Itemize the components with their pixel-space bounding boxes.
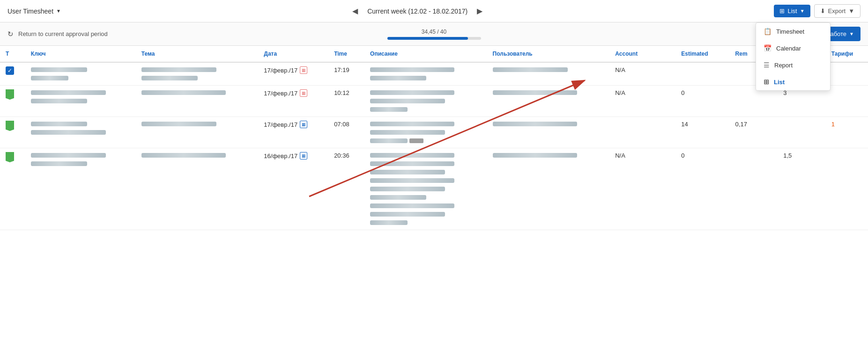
row-user-cell [487,86,610,117]
title-dropdown-arrow[interactable]: ▼ [56,8,61,14]
row-key-cell [25,86,136,117]
blurred-desc [370,122,454,126]
dropdown-item-calendar[interactable]: 📅 Calendar [756,40,830,57]
time-value-3: 07:08 [334,121,349,128]
list-dropdown-arrow: ▼ [800,8,805,14]
blurred-desc-5 [370,187,445,191]
row-type-cell [0,117,25,148]
toolbar-left: User Timesheet ▼ [7,7,61,15]
row-desc-cell [364,86,487,117]
list-view-button[interactable]: ⊞ List ▼ [774,5,810,17]
prev-week-button[interactable]: ◀ [349,5,362,17]
bookmark-icon[interactable] [6,89,14,100]
row-time-cell: 20:36 [328,148,364,230]
col-header-t[interactable]: T [0,46,25,62]
row-key-cell [25,62,136,86]
row-estimated-cell: 14 [675,117,729,148]
bookmark-icon[interactable] [6,152,14,162]
progress-bar-inner [387,37,468,40]
col-header-user[interactable]: Пользователь [487,46,610,62]
calendar-icon-4[interactable]: ▦ [300,152,307,160]
row-tarif-cell [826,86,868,117]
blurred-topic-1 [141,67,216,72]
blurred-desc-7 [370,203,454,208]
blurred-desc-2 [370,76,426,80]
checkbox-icon[interactable]: ✓ [6,66,14,75]
row-account-cell: N/A [609,62,675,86]
progress-container: 34,45 / 40 [387,29,481,40]
col-header-tarif[interactable]: Тарифи [826,46,868,62]
blurred-user-1 [493,67,568,72]
row-date-cell: 17/февр./17 ▦ [258,86,328,117]
date-text-3: 17/февр./17 [264,121,297,128]
view-dropdown-menu: 📋 Timesheet 📅 Calendar ☰ Report ⊞ List [756,22,831,91]
next-week-button[interactable]: ▶ [473,5,486,17]
blurred-user [493,122,577,126]
calendar-menu-label: Calendar [776,45,801,52]
table-row: ✓ 17/февр./17 [0,62,868,86]
refresh-icon[interactable]: ↻ [7,30,14,38]
bookmark-icon[interactable] [6,121,14,131]
account-value-2: N/A [615,89,625,96]
col-header-date[interactable]: Дата [258,46,328,62]
blurred-key-2 [31,76,68,80]
row-billed-cell [778,117,826,148]
row-time-cell: 17:19 [328,62,364,86]
calendar-icon-1[interactable]: ▦ [300,66,307,74]
row-user-cell [487,117,610,148]
export-button[interactable]: ⬇ Export ▼ [814,4,861,18]
row-date-cell: 16/февр./17 ▦ [258,148,328,230]
table-row: 17/февр./17 ▦ 10:12 [0,86,868,117]
list-menu-icon: ⊞ [764,78,769,86]
toolbar-center: ◀ Current week (12.02 - 18.02.2017) ▶ [61,5,774,17]
row-rem-cell [730,148,778,230]
timesheet-menu-icon: 📋 [764,28,772,35]
blurred-desc [370,90,454,95]
blurred-key-1 [31,67,87,72]
account-value-4: N/A [615,152,625,159]
export-dropdown-arrow: ▼ [848,7,854,15]
blurred-desc-1 [370,67,454,72]
row-date-cell: 17/февр./17 ▦ [258,62,328,86]
calendar-icon-2[interactable]: ▦ [300,89,307,97]
col-header-desc[interactable]: Описание [364,46,487,62]
row-user-cell [487,62,610,86]
blurred-desc-3 [370,107,408,112]
export-label: Export [828,7,846,15]
col-header-account[interactable]: Account [609,46,675,62]
week-label: Current week (12.02 - 18.02.2017) [367,7,467,15]
dropdown-item-list[interactable]: ⊞ List [756,73,830,90]
progress-bar-outer [387,37,481,40]
table-header: T Ключ Тема Дата Time Описание Пользоват… [0,46,868,62]
blurred-user [493,153,577,158]
col-header-key[interactable]: Ключ [25,46,136,62]
blurred-desc-2 [370,99,445,103]
tarif-value-3: 1 [831,121,835,128]
row-tarif-cell [826,148,868,230]
time-value-2: 10:12 [334,89,349,96]
dropdown-item-report[interactable]: ☰ Report [756,57,830,73]
user-timesheet-title[interactable]: User Timesheet [7,7,53,15]
calendar-icon-3[interactable]: ▦ [300,121,307,128]
blurred-desc-9 [370,220,408,225]
dropdown-item-timesheet[interactable]: 📋 Timesheet [756,23,830,40]
toolbar-right: ⊞ List ▼ ⬇ Export ▼ [774,4,861,18]
blurred-key [31,153,106,158]
blurred-topic-2 [141,76,198,80]
date-text-4: 16/февр./17 [264,152,297,160]
list-button-label: List [787,7,797,15]
blurred-desc-8 [370,212,445,217]
row-account-cell [609,117,675,148]
row-estimated-cell: 0 [675,148,729,230]
blurred-key [31,90,106,95]
row-desc-cell [364,148,487,230]
col-header-topic[interactable]: Тема [136,46,259,62]
date-text-2: 17/февр./17 [264,90,297,97]
col-header-estimated[interactable]: Estimated [675,46,729,62]
col-header-time[interactable]: Time [328,46,364,62]
row-tarif-cell [826,62,868,86]
row-topic-cell [136,86,259,117]
timesheet-menu-label: Timesheet [776,28,804,35]
blurred-user [493,90,577,95]
row-desc-cell [364,117,487,148]
